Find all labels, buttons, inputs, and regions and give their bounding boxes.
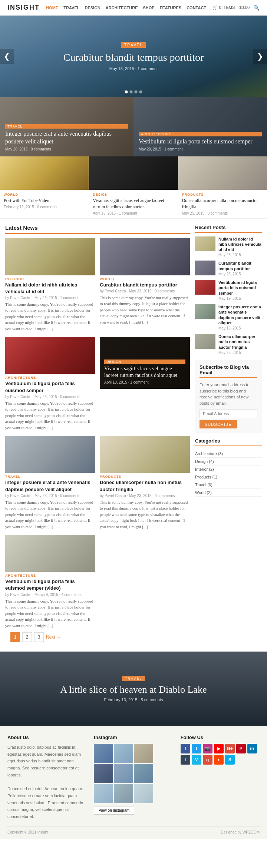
cat-world[interactable]: World (2) [195,489,262,497]
latest-post-2[interactable]: WORLD Curabitur blandit tempus porttitor… [100,238,190,332]
ig-thumb-6[interactable] [134,764,153,783]
ig-thumb-7[interactable] [94,784,113,803]
recent-post-2[interactable]: Curabitur blandit tempus porttitor May 2… [195,261,262,276]
cat-architecture[interactable]: Architecture (3) [195,450,262,458]
post-card-1[interactable]: WORLD Post with YouTube Video February 1… [0,156,89,218]
featured-item-1[interactable]: Travel Integer posuere erat a ante venen… [0,97,134,156]
page-btn-1[interactable]: 1 [10,632,20,642]
recent-post-3[interactable]: Vestibulum id ligula porta felis euismod… [195,280,262,301]
lp-excerpt-1: This is some dummy copy. You're not real… [5,301,95,332]
hero-next-arrow[interactable]: ❯ [253,49,267,64]
latest-post-5[interactable]: PRODUCTS Donec ullamcorper nulla non met… [100,436,190,530]
social-reddit[interactable]: r [214,755,224,765]
post-card-2[interactable]: DESIGN Vivamus sagittis lacus vel augue … [89,156,178,218]
post-card-3[interactable]: PRODUCTS Donec ullamcorper nulla non met… [178,156,267,218]
social-skype[interactable]: S [225,755,235,765]
lp-excerpt-3: This is some dummy copy. You're not real… [5,400,95,431]
ig-thumb-2[interactable] [114,744,133,763]
hero-content: Travel Curabitur blandit tempus porttito… [63,42,204,71]
hero2-content: Travel A little slice of heaven at Diabl… [60,675,207,702]
cat-interior[interactable]: Interior (2) [195,466,262,473]
nav-home[interactable]: HOME [46,6,58,10]
featured-wide: Design Vivamus sagittis lacus vel augue … [100,337,190,389]
social-pinterest[interactable]: P [236,744,246,753]
lp-thumb-1 [5,238,95,275]
lp-by-4: by Pavel Castro · May 23, 2015 · 0 comme… [5,494,95,498]
navigation: INSIGHT HOME TRAVEL DESIGN ARCHITECTURE … [0,0,267,16]
lp-thumb-5 [100,436,190,473]
social-google[interactable]: g [203,755,212,765]
latest-post-6[interactable]: ARCHITECTURE Vestibulum id ligula porta … [5,535,95,629]
subscribe-input[interactable] [200,409,257,418]
nav-features[interactable]: FEATURES [160,6,181,10]
nav-architecture[interactable]: ARCHITECTURE [106,6,138,10]
social-youtube[interactable]: ▶ [214,744,224,753]
rp-thumb-4 [195,304,215,319]
page-next[interactable]: Next → [46,635,61,640]
copyright-text: Copyright © 2021 Insight [7,830,48,834]
featured-item-2[interactable]: Architecture Vestibulum id ligula porta … [134,97,267,156]
social-googleplus[interactable]: G+ [225,744,235,753]
latest-post-4[interactable]: TRAVEL Integer posuere erat a ante venen… [5,436,95,530]
hero-category: Travel [121,42,146,48]
site-logo[interactable]: INSIGHT [7,4,40,11]
recent-post-4[interactable]: Integer posuere erat a ante venenatis da… [195,304,262,330]
subscribe-title: Subscribe to Blog via Email [200,364,257,378]
recent-post-1[interactable]: Nullam id dolor id nibh ultricies vehicu… [195,236,262,257]
social-icons: f t 📷 ▶ G+ P in t V g r S [181,744,260,765]
cat-travel[interactable]: Travel (6) [195,481,262,489]
ig-thumb-5[interactable] [114,764,133,783]
recent-post-5[interactable]: Donec ullamcorper nulla non metus auctor… [195,334,262,355]
nav-travel[interactable]: TRAVEL [63,6,79,10]
cart-icon[interactable]: 🛒 0 ITEMS – $0.00 [212,5,250,10]
social-linkedin[interactable]: in [247,744,257,753]
lp-by-5: by Pavel Castro · May 23, 2015 · 0 comme… [100,494,190,498]
rp-thumb-5 [195,334,215,349]
social-vimeo[interactable]: V [192,755,201,765]
post-info-2: DESIGN Vivamus sagittis lacus vel augue … [89,190,178,218]
instagram-button[interactable]: View on Instagram [94,806,134,815]
lp-by-6: by Pavel Castro · March 9, 2015 · 4 comm… [5,593,95,597]
social-facebook[interactable]: f [181,744,190,753]
hero-prev-arrow[interactable]: ❮ [0,49,14,64]
lp-title-2: Curabitur blandit tempus porttitor [100,282,190,288]
nav-contact[interactable]: CONTACT [187,6,206,10]
lp-excerpt-2: This is some dummy copy. You're not real… [100,295,190,325]
ig-thumb-9[interactable] [134,784,153,803]
latest-post-3[interactable]: ARCHITECTURE Vestibulum id ligula porta … [5,337,95,431]
page-btn-2[interactable]: 2 [22,632,32,642]
page-btn-3[interactable]: 3 [34,632,44,642]
post-title-1: Post with YouTube Video [4,198,85,204]
cat-products[interactable]: Products (1) [195,473,262,481]
social-tumblr[interactable]: t [181,755,190,765]
social-instagram[interactable]: 📷 [203,744,212,753]
lp-thumb-2 [100,238,190,275]
hero-slider: ❮ Travel Curabitur blandit tempus portti… [0,16,267,97]
social-twitter[interactable]: t [192,744,201,753]
lp-by-3: by Pavel Castro · May 23, 2015 · 0 comme… [5,395,95,399]
lp-title-4: Integer posuere erat a ante venenatis da… [5,479,95,493]
rp-thumb-2 [195,261,215,275]
nav-shop[interactable]: SHOP [143,6,154,10]
ig-thumb-1[interactable] [94,744,113,763]
search-icon[interactable]: 🔍 [253,5,260,11]
hero-dot-2[interactable] [130,90,133,93]
lp-title-6: Vestibulum id ligula porta felis euismod… [5,578,95,592]
latest-post-1[interactable]: INTERIOR Nullam id dolor id nibh ultrici… [5,238,95,332]
hero-dot-3[interactable] [135,90,138,93]
hero-dot-4[interactable] [139,90,142,93]
latest-post-wide[interactable]: Design Vivamus sagittis lacus vel augue … [100,337,190,431]
rp-info-3: Vestibulum id ligula porta felis euismod… [218,280,262,301]
footer-follow-title: Follow Us [181,735,260,740]
footer-cols: About Us Cras justo odio, dapibus ac fac… [7,735,260,820]
ig-thumb-4[interactable] [94,764,113,783]
feat-title-2: Vestibulum id ligula porta felis euismod… [139,138,262,146]
feat-cat-1: Travel [5,124,128,129]
subscribe-button[interactable]: Subscribe [200,420,237,428]
hero-dot-1[interactable] [125,90,128,93]
ig-thumb-8[interactable] [114,784,133,803]
cat-design[interactable]: Design (4) [195,458,262,466]
post-cat-1: WORLD [4,193,85,196]
nav-design[interactable]: DESIGN [85,6,100,10]
ig-thumb-3[interactable] [134,744,153,763]
